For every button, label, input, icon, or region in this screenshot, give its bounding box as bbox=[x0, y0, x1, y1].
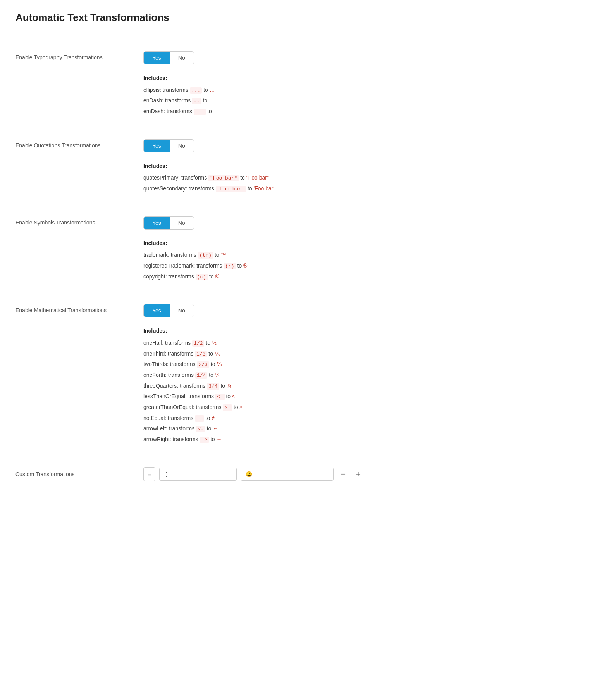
symbols-yes-button[interactable]: Yes bbox=[144, 217, 170, 229]
quotes-secondary-code: 'Foo bar' bbox=[216, 186, 246, 192]
hamburger-icon: ≡ bbox=[148, 471, 151, 477]
list-item: greaterThanOrEqual: transforms >= to ≥ bbox=[143, 402, 395, 413]
twothirds-result: ⅔ bbox=[217, 361, 222, 367]
registered-code: (r) bbox=[224, 263, 236, 269]
typography-yes-button[interactable]: Yes bbox=[144, 52, 170, 64]
arrowright-code: -> bbox=[200, 437, 209, 443]
remove-custom-button[interactable]: − bbox=[337, 468, 349, 481]
list-item: threeQuarters: transforms 3/4 to ¾ bbox=[143, 381, 395, 392]
endash-code: -- bbox=[192, 98, 201, 104]
quotations-toggle-group: Yes No bbox=[143, 139, 194, 152]
emdash-to: to bbox=[207, 108, 213, 114]
oneforth-code: 1/4 bbox=[195, 372, 207, 379]
mathematical-no-button[interactable]: No bbox=[170, 304, 194, 317]
typography-toggle-group: Yes No bbox=[143, 51, 194, 64]
typography-content: Yes No Includes: ellipsis: transforms ..… bbox=[143, 51, 395, 117]
list-item: copyright: transforms (c) to © bbox=[143, 271, 395, 282]
ellipsis-to: to bbox=[203, 87, 210, 93]
trademark-to: to bbox=[215, 252, 221, 258]
mathematical-toggle-group: Yes No bbox=[143, 304, 194, 317]
quotations-no-button[interactable]: No bbox=[170, 140, 194, 152]
mathematical-includes-title: Includes: bbox=[143, 326, 395, 336]
registered-to: to bbox=[237, 262, 244, 269]
arrowleft-code: <- bbox=[196, 426, 205, 432]
custom-label: Custom Transformations bbox=[15, 471, 128, 477]
typography-section: Enable Typography Transformations Yes No… bbox=[15, 40, 395, 128]
ellipsis-code: ... bbox=[190, 87, 202, 94]
list-item: quotesPrimary: transforms "Foo bar" to "… bbox=[143, 173, 395, 183]
quotes-primary-to: to bbox=[240, 174, 246, 181]
list-item: oneForth: transforms 1/4 to ¼ bbox=[143, 370, 395, 381]
ellipsis-result: … bbox=[210, 87, 215, 93]
twothirds-code: 2/3 bbox=[197, 361, 209, 368]
list-item: notEqual: transforms != to ≠ bbox=[143, 413, 395, 424]
typography-includes-title: Includes: bbox=[143, 73, 395, 83]
hamburger-button[interactable]: ≡ bbox=[143, 467, 155, 481]
list-item: quotesSecondary: transforms 'Foo bar' to… bbox=[143, 183, 395, 194]
list-item: oneHalf: transforms 1/2 to ½ bbox=[143, 338, 395, 349]
trademark-result: ™ bbox=[221, 252, 226, 258]
quotations-includes: Includes: quotesPrimary: transforms "Foo… bbox=[143, 161, 395, 194]
onethird-result: ⅓ bbox=[215, 350, 220, 357]
oneforth-result: ¼ bbox=[215, 372, 220, 378]
list-item: lessThanOrEqual: transforms <= to ≤ bbox=[143, 391, 395, 402]
onethird-code: 1/3 bbox=[195, 351, 207, 357]
onehalf-result: ½ bbox=[212, 340, 217, 346]
list-item: arrowRight: transforms -> to → bbox=[143, 434, 395, 445]
list-item: enDash: transforms -- to – bbox=[143, 95, 395, 106]
list-item: arrowLeft: transforms <- to ← bbox=[143, 423, 395, 434]
emdash-code: --- bbox=[194, 109, 206, 115]
custom-section: Custom Transformations ≡ − + bbox=[15, 456, 395, 492]
quotes-secondary-result: 'Foo bar' bbox=[253, 185, 274, 192]
quotes-secondary-prefix: quotesSecondary: transforms bbox=[143, 185, 216, 192]
list-item: ellipsis: transforms ... to … bbox=[143, 85, 395, 96]
copyright-prefix: copyright: transforms bbox=[143, 273, 196, 280]
mathematical-yes-button[interactable]: Yes bbox=[144, 304, 170, 317]
quotations-content: Yes No Includes: quotesPrimary: transfor… bbox=[143, 139, 395, 194]
threequarters-result: ¾ bbox=[227, 383, 231, 389]
list-item: registeredTrademark: transforms (r) to ® bbox=[143, 261, 395, 271]
gte-result: ≥ bbox=[240, 404, 243, 410]
endash-to: to bbox=[203, 97, 209, 104]
symbols-no-button[interactable]: No bbox=[170, 217, 194, 229]
mathematical-content: Yes No Includes: oneHalf: transforms 1/2… bbox=[143, 304, 395, 445]
arrowleft-result: ← bbox=[213, 425, 218, 432]
add-custom-button[interactable]: + bbox=[353, 468, 364, 481]
typography-includes: Includes: ellipsis: transforms ... to … … bbox=[143, 73, 395, 117]
list-item: trademark: transforms (tm) to ™ bbox=[143, 250, 395, 261]
custom-input-field[interactable] bbox=[159, 468, 237, 481]
symbols-label: Enable Symbols Transformations bbox=[15, 216, 128, 226]
list-item: oneThird: transforms 1/3 to ⅓ bbox=[143, 349, 395, 359]
symbols-toggle-group: Yes No bbox=[143, 216, 194, 230]
onehalf-code: 1/2 bbox=[192, 340, 204, 347]
symbols-content: Yes No Includes: trademark: transforms (… bbox=[143, 216, 395, 282]
copyright-code: (c) bbox=[196, 274, 208, 280]
symbols-includes: Includes: trademark: transforms (tm) to … bbox=[143, 238, 395, 282]
mathematical-label: Enable Mathematical Transformations bbox=[15, 304, 128, 313]
quotes-primary-code: "Foo bar" bbox=[208, 175, 239, 181]
symbols-includes-title: Includes: bbox=[143, 238, 395, 249]
lte-result: ≤ bbox=[232, 393, 235, 399]
endash-result: – bbox=[209, 97, 212, 104]
emdash-prefix: emDash: transforms bbox=[143, 108, 194, 114]
quotations-includes-title: Includes: bbox=[143, 161, 395, 171]
typography-no-button[interactable]: No bbox=[170, 52, 194, 64]
list-item: twoThirds: transforms 2/3 to ⅔ bbox=[143, 359, 395, 370]
endash-prefix: enDash: transforms bbox=[143, 97, 192, 104]
registered-result: ® bbox=[243, 262, 247, 269]
quotations-label: Enable Quotations Transformations bbox=[15, 139, 128, 148]
mathematical-includes: Includes: oneHalf: transforms 1/2 to ½ o… bbox=[143, 326, 395, 445]
registered-prefix: registeredTrademark: transforms bbox=[143, 262, 224, 269]
page-title: Automatic Text Transformations bbox=[15, 12, 395, 31]
lte-code: <= bbox=[215, 394, 225, 400]
list-item: emDash: transforms --- to — bbox=[143, 106, 395, 117]
gte-code: >= bbox=[223, 404, 232, 411]
custom-controls: ≡ − + bbox=[143, 467, 395, 481]
copyright-to: to bbox=[209, 273, 215, 280]
custom-output-field[interactable] bbox=[241, 468, 334, 481]
quotations-yes-button[interactable]: Yes bbox=[144, 140, 170, 152]
mathematical-section: Enable Mathematical Transformations Yes … bbox=[15, 293, 395, 456]
quotes-primary-result: "Foo bar" bbox=[246, 174, 269, 181]
arrowright-result: → bbox=[217, 436, 222, 442]
copyright-result: © bbox=[215, 273, 219, 280]
